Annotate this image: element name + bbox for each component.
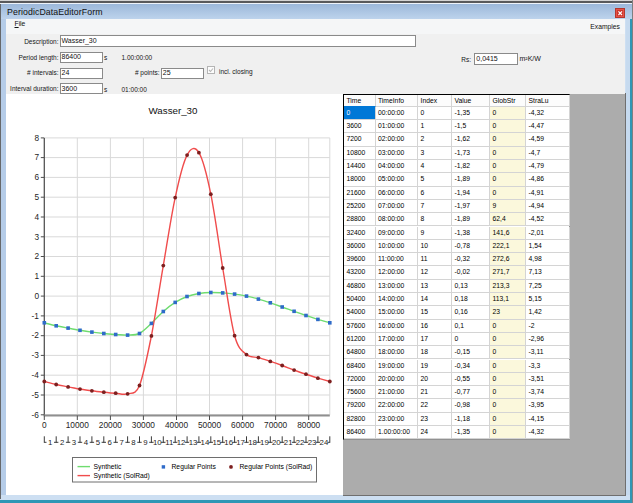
svg-text:30000: 30000 [132, 420, 155, 430]
svg-text:-4: -4 [32, 370, 40, 380]
svg-text:0: 0 [42, 420, 47, 430]
svg-text:5: 5 [34, 192, 39, 202]
svg-text:7: 7 [34, 152, 39, 162]
svg-text:8: 8 [131, 438, 135, 447]
svg-text:Synthetic: Synthetic [94, 463, 122, 471]
svg-text:Regular Points (SolRad): Regular Points (SolRad) [240, 463, 313, 471]
svg-text:13: 13 [189, 438, 198, 447]
svg-text:4: 4 [34, 212, 39, 222]
svg-text:24: 24 [320, 438, 329, 447]
svg-text:Synthetic (SolRad): Synthetic (SolRad) [94, 472, 150, 480]
svg-text:20: 20 [272, 438, 281, 447]
svg-text:19: 19 [260, 438, 269, 447]
svg-text:1: 1 [48, 438, 52, 447]
svg-text:2: 2 [60, 438, 64, 447]
svg-text:Wasser_30: Wasser_30 [149, 105, 199, 116]
svg-text:14: 14 [201, 438, 210, 447]
svg-text:80000: 80000 [297, 420, 320, 430]
svg-text:6: 6 [108, 438, 112, 447]
svg-text:8: 8 [34, 133, 39, 143]
svg-text:0: 0 [34, 291, 39, 301]
svg-text:4: 4 [84, 438, 89, 447]
svg-text:11: 11 [165, 438, 173, 447]
svg-text:12: 12 [177, 438, 186, 447]
svg-text:40000: 40000 [165, 420, 188, 430]
svg-text:9: 9 [143, 438, 147, 447]
svg-text:15: 15 [212, 438, 221, 447]
svg-text:-5: -5 [32, 390, 40, 400]
svg-text:2: 2 [34, 251, 39, 261]
svg-text:70000: 70000 [264, 420, 287, 430]
svg-text:Regular Points: Regular Points [172, 463, 217, 471]
svg-text:22: 22 [296, 438, 305, 447]
svg-text:16: 16 [224, 438, 233, 447]
svg-text:7: 7 [119, 438, 123, 447]
svg-text:-1: -1 [32, 311, 40, 321]
svg-text:-6: -6 [32, 410, 40, 420]
svg-text:17: 17 [236, 438, 245, 447]
svg-text:21: 21 [284, 438, 293, 447]
svg-text:3: 3 [34, 232, 39, 242]
svg-text:1: 1 [34, 271, 39, 281]
svg-text:50000: 50000 [198, 420, 221, 430]
svg-text:10000: 10000 [66, 420, 89, 430]
svg-text:10: 10 [153, 438, 162, 447]
svg-text:18: 18 [248, 438, 257, 447]
svg-text:5: 5 [96, 438, 101, 447]
svg-text:23: 23 [308, 438, 317, 447]
svg-text:-2: -2 [32, 330, 40, 340]
svg-text:20000: 20000 [99, 420, 122, 430]
svg-text:-3: -3 [32, 350, 40, 360]
svg-text:6: 6 [34, 172, 39, 182]
svg-text:3: 3 [72, 438, 76, 447]
svg-text:60000: 60000 [231, 420, 254, 430]
